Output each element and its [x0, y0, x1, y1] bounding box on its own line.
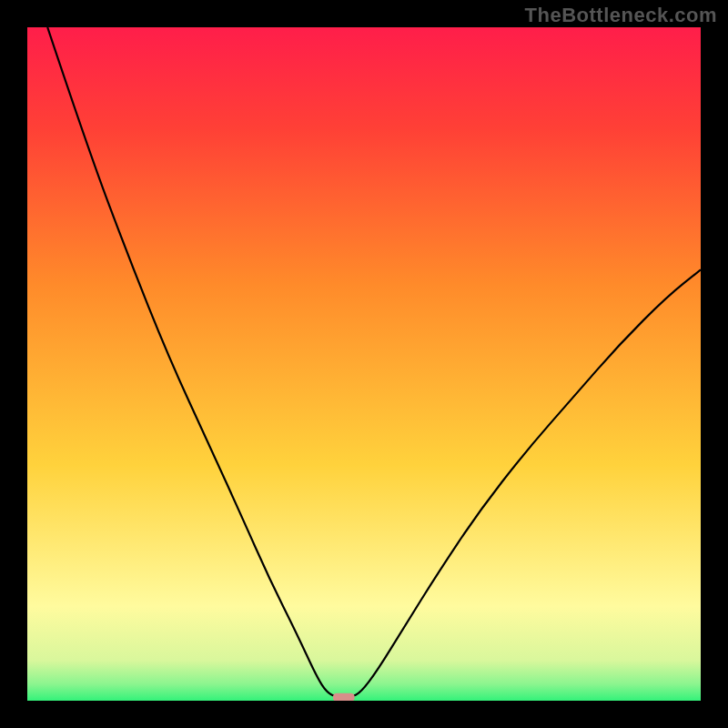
plot-area	[27, 27, 701, 701]
watermark-text: TheBottleneck.com	[525, 4, 717, 27]
gradient-background	[27, 27, 701, 701]
chart-frame: TheBottleneck.com	[0, 0, 728, 728]
plot-svg	[27, 27, 701, 701]
min-marker	[333, 693, 355, 701]
